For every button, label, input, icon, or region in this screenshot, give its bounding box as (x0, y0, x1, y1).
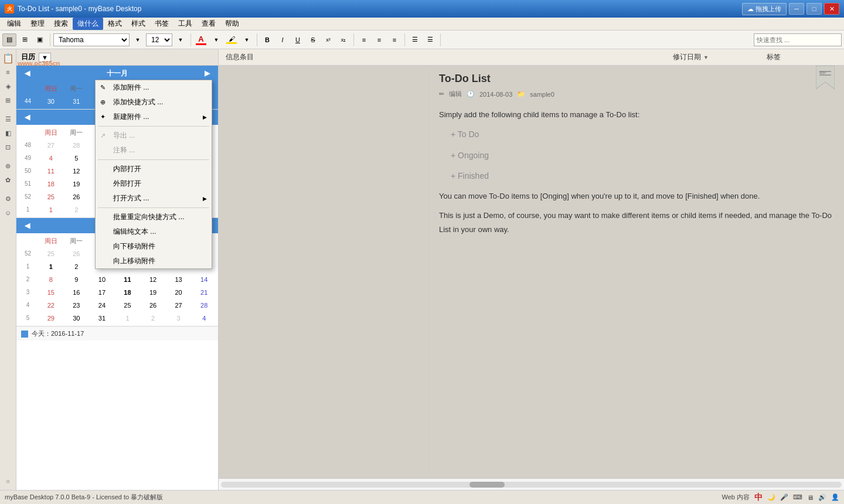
size-dropdown-btn[interactable]: ▼ (173, 33, 188, 46)
j-19[interactable]: 19 (140, 286, 166, 299)
j-9[interactable]: 9 (64, 273, 90, 286)
ctx-open-external[interactable]: 外部打开 (96, 176, 212, 191)
menu-edit[interactable]: 编辑 (2, 18, 26, 30)
d-18-dec[interactable]: 18 (38, 178, 64, 190)
cal-day-30[interactable]: 30 (38, 95, 64, 108)
ctx-add-shortcut[interactable]: ⊕ 添加快捷方式 ... (96, 95, 212, 110)
sidebar-icon-8[interactable]: ⊛ (2, 159, 15, 172)
underline-btn[interactable]: U (291, 33, 305, 46)
font-dropdown-btn[interactable]: ▼ (131, 33, 145, 46)
bg-color-btn[interactable]: 🖌 (224, 33, 239, 46)
menu-format[interactable]: 格式 (103, 18, 127, 30)
d-2-jan-other[interactable]: 2 (64, 203, 90, 216)
ctx-export[interactable]: ↗ 导出 ... (96, 128, 212, 143)
j-2-feb[interactable]: 2 (140, 312, 166, 325)
j-27[interactable]: 27 (166, 299, 192, 312)
subscript-btn[interactable]: x₂ (336, 33, 350, 46)
j-26[interactable]: 26 (140, 299, 166, 312)
j-20[interactable]: 20 (166, 286, 192, 299)
j-12[interactable]: 12 (140, 273, 166, 286)
align-right-btn[interactable]: ≡ (387, 33, 401, 46)
j-18[interactable]: 18 (115, 286, 141, 299)
sidebar-icon-9[interactable]: ✿ (2, 173, 15, 186)
align-left-btn[interactable]: ≡ (357, 33, 371, 46)
sidebar-icon-11[interactable]: ☺ (2, 206, 15, 219)
j-16[interactable]: 16 (64, 286, 90, 299)
j-14[interactable]: 14 (191, 273, 217, 286)
cal-day-31[interactable]: 31 (64, 95, 90, 108)
j-25[interactable]: 25 (115, 299, 141, 312)
j-13[interactable]: 13 (166, 273, 192, 286)
menu-bookmark[interactable]: 书签 (150, 18, 173, 30)
menu-view[interactable]: 查看 (197, 18, 220, 30)
d-19-dec[interactable]: 19 (64, 178, 90, 190)
d-5-dec[interactable]: 5 (64, 152, 90, 165)
font-family-select[interactable]: Tahoma (53, 33, 130, 46)
ctx-add-attachment[interactable]: ✎ 添加附件 ... (96, 80, 212, 95)
cal-prev-dec[interactable]: ◀ (21, 112, 33, 122)
j-15[interactable]: 15 (38, 286, 64, 299)
strikethrough-btn[interactable]: S (306, 33, 320, 46)
d-27-other[interactable]: 27 (38, 139, 64, 152)
h-scrollbar-thumb[interactable] (469, 482, 505, 488)
menu-help[interactable]: 帮助 (220, 18, 244, 30)
maximize-btn[interactable]: □ (806, 3, 822, 15)
font-color-dropdown[interactable]: ▼ (209, 33, 223, 46)
j-1[interactable]: 1 (38, 260, 64, 273)
j-3-feb[interactable]: 3 (166, 312, 192, 325)
j-29[interactable]: 29 (38, 312, 64, 325)
j-8[interactable]: 8 (38, 273, 64, 286)
j-28[interactable]: 28 (191, 299, 217, 312)
quick-search-input[interactable] (754, 33, 842, 46)
d-12-dec[interactable]: 12 (64, 165, 90, 178)
sidebar-icon-3[interactable]: ◈ (2, 80, 15, 93)
j-1-feb[interactable]: 1 (115, 312, 141, 325)
view-btn-2[interactable]: ⊞ (18, 33, 32, 46)
menu-style[interactable]: 样式 (127, 18, 150, 30)
superscript-btn[interactable]: x² (321, 33, 335, 46)
j-11[interactable]: 11 (115, 273, 141, 286)
view-btn-1[interactable]: ▤ (2, 33, 16, 46)
ctx-edit-plain[interactable]: 编辑纯文本 ... (96, 224, 212, 239)
j-10[interactable]: 10 (89, 273, 115, 286)
d-4-dec[interactable]: 4 (38, 152, 64, 165)
j-30[interactable]: 30 (64, 312, 90, 325)
d-26-dec[interactable]: 26 (64, 190, 90, 203)
j-24[interactable]: 24 (89, 299, 115, 312)
bg-color-dropdown[interactable]: ▼ (240, 33, 254, 46)
ctx-move-down[interactable]: 向下移动附件 (96, 239, 212, 254)
cloud-upload-btn[interactable]: ☁ 拖拽上传 (742, 3, 787, 15)
sidebar-icon-5[interactable]: ☰ (2, 113, 15, 125)
j-4-feb[interactable]: 4 (191, 312, 217, 325)
num-list-btn[interactable]: ☰ (423, 33, 437, 46)
align-center-btn[interactable]: ≡ (372, 33, 386, 46)
sidebar-icon-4[interactable]: ⊞ (2, 94, 15, 107)
font-size-select[interactable]: 12 (146, 33, 172, 46)
d-28-other[interactable]: 28 (64, 139, 90, 152)
menu-organize[interactable]: 整理 (26, 18, 49, 30)
sidebar-icon-7[interactable]: ⊡ (2, 141, 15, 154)
j-2[interactable]: 2 (64, 260, 90, 273)
j-31[interactable]: 31 (89, 312, 115, 325)
d-25-dec[interactable]: 25 (38, 190, 64, 203)
view-btn-3[interactable]: ▣ (33, 33, 47, 46)
d-11-dec[interactable]: 11 (38, 165, 64, 178)
sidebar-icon-10[interactable]: ⚙ (2, 192, 15, 205)
cal-prev-jan[interactable]: ◀ (21, 220, 33, 231)
j-17[interactable]: 17 (89, 286, 115, 299)
list-btn[interactable]: ☰ (408, 33, 422, 46)
ctx-new-attachment[interactable]: ✦ 新建附件 ... (96, 110, 212, 124)
ctx-open-with[interactable]: 打开方式 ... (96, 191, 212, 206)
font-color-btn[interactable]: A (194, 33, 208, 46)
calendar-type-dropdown[interactable]: ▼ (39, 53, 51, 62)
j-22[interactable]: 22 (38, 299, 64, 312)
cal-next-btn-weekly[interactable]: ▶ (201, 68, 213, 79)
ctx-open-internal[interactable]: 内部打开 (96, 162, 212, 176)
sidebar-icon-12[interactable]: ○ (2, 475, 15, 488)
menu-action[interactable]: 做什么 (73, 18, 103, 30)
menu-tools[interactable]: 工具 (173, 18, 197, 30)
menu-search[interactable]: 搜索 (49, 18, 73, 30)
sidebar-icon-1[interactable]: 📋 (2, 52, 15, 64)
minimize-btn[interactable]: ─ (789, 3, 804, 15)
j-26-other[interactable]: 26 (64, 247, 90, 260)
